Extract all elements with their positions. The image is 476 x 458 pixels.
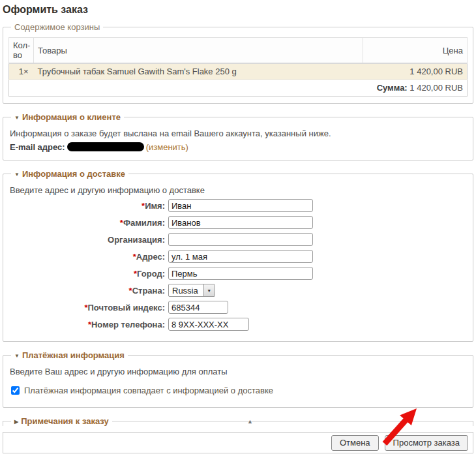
first-name-input[interactable] [168, 199, 313, 212]
phone-label: Номер телефона: [91, 320, 165, 329]
collapse-triangle-icon: ▼ [14, 172, 20, 177]
item-qty: 1× [9, 63, 34, 80]
item-price: 1 420,00 RUB [363, 63, 468, 80]
city-label: Город: [137, 269, 165, 279]
customer-info-section: ▼Информация о клиенте Информация о заказ… [3, 112, 473, 160]
item-title: Трубочный табак Samuel Gawith Sam's Flak… [34, 63, 363, 80]
email-line: E-mail адрес:(изменить) [10, 142, 468, 152]
collapse-triangle-icon: ▼ [14, 115, 20, 121]
country-select[interactable]: Russia ▼ [168, 284, 215, 297]
price-column-header: Цена [363, 38, 468, 64]
payment-info-legend[interactable]: ▼Платёжная информация [11, 350, 128, 360]
products-column-header: Товары [34, 38, 363, 64]
address-row: *Адрес: [8, 250, 468, 263]
first-name-label: Имя: [145, 201, 165, 211]
payment-note: Введите Ваш адрес и другую информацию дл… [10, 367, 468, 376]
order-notes-section: ▶Примечания к заказу [3, 416, 473, 426]
organization-label: Организация: [108, 235, 165, 245]
email-label: E-mail адрес: [10, 142, 65, 152]
city-input[interactable] [168, 267, 313, 280]
last-name-row: *Фамилия: [8, 216, 468, 229]
postal-code-input[interactable] [168, 301, 228, 314]
address-label: Адрес: [136, 252, 165, 262]
cart-header-row: Кол-во Товары Цена [9, 38, 468, 64]
shipping-info-section: ▼Информация о доставке Введите адрес и д… [3, 169, 473, 342]
chevron-down-icon: ▼ [207, 288, 211, 293]
scroll-top-icon[interactable]: ▲ [247, 418, 253, 425]
cancel-button[interactable]: Отмена [331, 435, 379, 451]
action-bar: Отмена Просмотр заказа [3, 432, 473, 453]
country-row: *Страна: Russia ▼ [8, 284, 468, 297]
city-row: *Город: [8, 267, 468, 280]
payment-info-section: ▼Платёжная информация Введите Ваш адрес … [3, 350, 473, 408]
cart-legend: Содержимое корзины [11, 22, 103, 32]
expand-triangle-icon: ▶ [14, 419, 18, 425]
cart-item-row: 1× Трубочный табак Samuel Gawith Sam's F… [9, 63, 468, 80]
collapse-triangle-icon: ▼ [14, 353, 20, 359]
phone-row: *Номер телефона: [8, 318, 468, 331]
cart-table: Кол-во Товары Цена 1× Трубочный табак Sa… [8, 37, 468, 97]
redacted-email [67, 142, 144, 151]
order-notes-legend[interactable]: ▶Примечания к заказу [11, 416, 112, 426]
shipping-note: Введите адрес и другую информацию о дост… [10, 185, 468, 195]
organization-input[interactable] [168, 233, 313, 246]
cart-section: Содержимое корзины Кол-во Товары Цена 1×… [3, 22, 473, 104]
change-email-link[interactable]: (изменить) [146, 142, 188, 152]
address-input[interactable] [168, 250, 313, 263]
country-select-value: Russia [169, 284, 203, 296]
checkout-page: Оформить заказ Содержимое корзины Кол-во… [0, 0, 476, 458]
postal-code-label: Почтовый индекс: [87, 303, 165, 313]
cart-sum-row: Сумма: 1 420,00 RUB [9, 80, 468, 97]
organization-row: Организация: [8, 233, 468, 246]
phone-input[interactable] [168, 318, 249, 331]
country-label: Страна: [132, 286, 165, 296]
shipping-info-legend[interactable]: ▼Информация о доставке [11, 169, 128, 179]
page-title: Оформить заказ [3, 4, 475, 16]
preview-order-button[interactable]: Просмотр заказа [385, 435, 468, 451]
first-name-row: *Имя: [8, 199, 468, 212]
customer-info-legend[interactable]: ▼Информация о клиенте [11, 112, 124, 122]
last-name-label: Фамилия: [123, 218, 165, 228]
dropdown-arrow-button[interactable]: ▼ [203, 284, 215, 296]
qty-column-header: Кол-во [9, 38, 34, 64]
sum-label: Сумма: [377, 83, 408, 93]
billing-same-checkbox[interactable] [11, 386, 20, 395]
postal-code-row: *Почтовый индекс: [8, 301, 468, 314]
billing-same-row: Платёжная информация совпадает с информа… [11, 386, 468, 395]
billing-same-label[interactable]: Платёжная информация совпадает с информа… [24, 386, 273, 395]
last-name-input[interactable] [168, 216, 313, 229]
customer-note: Информация о заказе будет выслана на ema… [10, 129, 468, 138]
sum-value: 1 420,00 RUB [409, 83, 463, 93]
